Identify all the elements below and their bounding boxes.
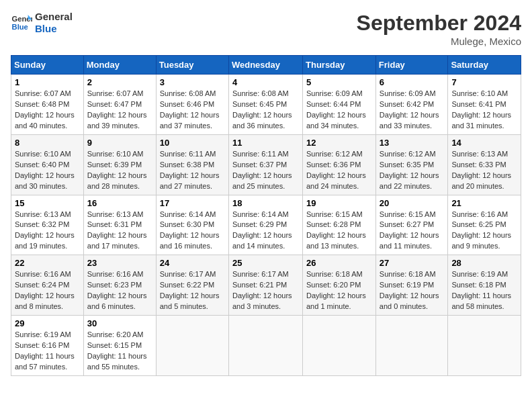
day-number: 9 — [87, 138, 152, 148]
calendar-title-block: September 2024 Mulege, Mexico — [357, 11, 521, 47]
day-number: 28 — [451, 258, 517, 268]
day-number: 12 — [306, 138, 372, 148]
logo: General Blue General Blue — [11, 11, 73, 35]
day-number: 25 — [232, 258, 299, 268]
calendar-day-17: 17Sunrise: 6:14 AMSunset: 6:30 PMDayligh… — [156, 195, 228, 255]
day-number: 20 — [380, 198, 445, 208]
day-info: Sunrise: 6:09 AMSunset: 6:42 PMDaylight:… — [380, 89, 439, 130]
day-number: 13 — [380, 138, 445, 148]
day-header-saturday: Saturday — [448, 56, 521, 75]
day-number: 14 — [451, 138, 517, 148]
calendar-day-15: 15Sunrise: 6:13 AMSunset: 6:32 PMDayligh… — [11, 195, 84, 255]
calendar-week-row: 1Sunrise: 6:07 AMSunset: 6:48 PMDaylight… — [11, 75, 521, 135]
day-number: 30 — [87, 318, 152, 328]
day-info: Sunrise: 6:07 AMSunset: 6:48 PMDaylight:… — [15, 89, 75, 130]
calendar-day-25: 25Sunrise: 6:17 AMSunset: 6:21 PMDayligh… — [228, 255, 302, 316]
day-info: Sunrise: 6:08 AMSunset: 6:46 PMDaylight:… — [160, 89, 220, 130]
day-number: 3 — [160, 77, 225, 87]
calendar-day-28: 28Sunrise: 6:19 AMSunset: 6:18 PMDayligh… — [448, 255, 521, 316]
day-header-tuesday: Tuesday — [156, 56, 228, 75]
day-info: Sunrise: 6:11 AMSunset: 6:37 PMDaylight:… — [232, 150, 292, 190]
calendar-week-row: 29Sunrise: 6:19 AMSunset: 6:16 PMDayligh… — [11, 316, 521, 376]
calendar-day-9: 9Sunrise: 6:10 AMSunset: 6:39 PMDaylight… — [83, 134, 156, 195]
day-info: Sunrise: 6:19 AMSunset: 6:16 PMDaylight:… — [15, 330, 75, 371]
calendar-day-1: 1Sunrise: 6:07 AMSunset: 6:48 PMDaylight… — [11, 75, 84, 135]
empty-day — [303, 316, 376, 376]
calendar-day-24: 24Sunrise: 6:17 AMSunset: 6:22 PMDayligh… — [156, 255, 228, 316]
calendar-day-7: 7Sunrise: 6:10 AMSunset: 6:41 PMDaylight… — [448, 75, 521, 135]
day-info: Sunrise: 6:15 AMSunset: 6:28 PMDaylight:… — [306, 210, 366, 250]
day-number: 18 — [232, 198, 299, 208]
month-title: September 2024 — [357, 11, 521, 36]
day-info: Sunrise: 6:12 AMSunset: 6:35 PMDaylight:… — [380, 150, 439, 190]
calendar-day-5: 5Sunrise: 6:09 AMSunset: 6:44 PMDaylight… — [303, 75, 376, 135]
day-number: 16 — [87, 198, 152, 208]
calendar-week-row: 8Sunrise: 6:10 AMSunset: 6:40 PMDaylight… — [11, 134, 521, 195]
calendar-day-6: 6Sunrise: 6:09 AMSunset: 6:42 PMDaylight… — [375, 75, 448, 135]
day-info: Sunrise: 6:07 AMSunset: 6:47 PMDaylight:… — [87, 89, 147, 130]
calendar-day-8: 8Sunrise: 6:10 AMSunset: 6:40 PMDaylight… — [11, 134, 84, 195]
day-info: Sunrise: 6:11 AMSunset: 6:38 PMDaylight:… — [160, 150, 220, 190]
day-number: 15 — [15, 198, 80, 208]
empty-day — [228, 316, 302, 376]
location-subtitle: Mulege, Mexico — [357, 36, 521, 47]
day-info: Sunrise: 6:10 AMSunset: 6:40 PMDaylight:… — [15, 150, 75, 190]
calendar-day-10: 10Sunrise: 6:11 AMSunset: 6:38 PMDayligh… — [156, 134, 228, 195]
calendar-day-14: 14Sunrise: 6:13 AMSunset: 6:33 PMDayligh… — [448, 134, 521, 195]
calendar-day-19: 19Sunrise: 6:15 AMSunset: 6:28 PMDayligh… — [303, 195, 376, 255]
day-number: 4 — [232, 77, 299, 87]
calendar-day-21: 21Sunrise: 6:16 AMSunset: 6:25 PMDayligh… — [448, 195, 521, 255]
day-info: Sunrise: 6:10 AMSunset: 6:39 PMDaylight:… — [87, 150, 147, 190]
day-number: 23 — [87, 258, 152, 268]
day-info: Sunrise: 6:17 AMSunset: 6:21 PMDaylight:… — [232, 270, 292, 310]
empty-day — [448, 316, 521, 376]
calendar-day-22: 22Sunrise: 6:16 AMSunset: 6:24 PMDayligh… — [11, 255, 84, 316]
day-number: 24 — [160, 258, 225, 268]
logo-text: General Blue — [35, 11, 73, 35]
day-info: Sunrise: 6:16 AMSunset: 6:25 PMDaylight:… — [451, 210, 511, 250]
day-info: Sunrise: 6:14 AMSunset: 6:30 PMDaylight:… — [160, 210, 220, 250]
day-number: 27 — [380, 258, 445, 268]
empty-day — [375, 316, 448, 376]
calendar-day-30: 30Sunrise: 6:20 AMSunset: 6:15 PMDayligh… — [83, 316, 156, 376]
day-number: 17 — [160, 198, 225, 208]
calendar-day-3: 3Sunrise: 6:08 AMSunset: 6:46 PMDaylight… — [156, 75, 228, 135]
calendar-day-16: 16Sunrise: 6:13 AMSunset: 6:31 PMDayligh… — [83, 195, 156, 255]
day-info: Sunrise: 6:15 AMSunset: 6:27 PMDaylight:… — [380, 210, 439, 250]
day-header-monday: Monday — [83, 56, 156, 75]
day-number: 7 — [451, 77, 517, 87]
day-info: Sunrise: 6:19 AMSunset: 6:18 PMDaylight:… — [451, 270, 511, 310]
calendar-day-18: 18Sunrise: 6:14 AMSunset: 6:29 PMDayligh… — [228, 195, 302, 255]
day-info: Sunrise: 6:13 AMSunset: 6:32 PMDaylight:… — [15, 210, 75, 250]
day-info: Sunrise: 6:14 AMSunset: 6:29 PMDaylight:… — [232, 210, 292, 250]
calendar-day-29: 29Sunrise: 6:19 AMSunset: 6:16 PMDayligh… — [11, 316, 84, 376]
day-number: 26 — [306, 258, 372, 268]
day-number: 22 — [15, 258, 80, 268]
calendar-day-2: 2Sunrise: 6:07 AMSunset: 6:47 PMDaylight… — [83, 75, 156, 135]
calendar-day-23: 23Sunrise: 6:16 AMSunset: 6:23 PMDayligh… — [83, 255, 156, 316]
day-info: Sunrise: 6:09 AMSunset: 6:44 PMDaylight:… — [306, 89, 366, 130]
day-header-row: SundayMondayTuesdayWednesdayThursdayFrid… — [11, 56, 521, 75]
calendar-day-27: 27Sunrise: 6:18 AMSunset: 6:19 PMDayligh… — [375, 255, 448, 316]
day-info: Sunrise: 6:10 AMSunset: 6:41 PMDaylight:… — [451, 89, 511, 130]
day-info: Sunrise: 6:16 AMSunset: 6:24 PMDaylight:… — [15, 270, 75, 310]
day-number: 29 — [15, 318, 80, 328]
day-number: 11 — [232, 138, 299, 148]
day-info: Sunrise: 6:18 AMSunset: 6:20 PMDaylight:… — [306, 270, 366, 310]
calendar-week-row: 15Sunrise: 6:13 AMSunset: 6:32 PMDayligh… — [11, 195, 521, 255]
day-number: 2 — [87, 77, 152, 87]
day-header-friday: Friday — [375, 56, 448, 75]
logo-icon: General Blue — [11, 12, 32, 34]
empty-day — [156, 316, 228, 376]
day-number: 5 — [306, 77, 372, 87]
calendar-day-13: 13Sunrise: 6:12 AMSunset: 6:35 PMDayligh… — [375, 134, 448, 195]
calendar-week-row: 22Sunrise: 6:16 AMSunset: 6:24 PMDayligh… — [11, 255, 521, 316]
day-number: 6 — [380, 77, 445, 87]
calendar-day-12: 12Sunrise: 6:12 AMSunset: 6:36 PMDayligh… — [303, 134, 376, 195]
day-number: 19 — [306, 198, 372, 208]
day-number: 1 — [15, 77, 80, 87]
calendar-day-4: 4Sunrise: 6:08 AMSunset: 6:45 PMDaylight… — [228, 75, 302, 135]
calendar-table: SundayMondayTuesdayWednesdayThursdayFrid… — [11, 55, 521, 376]
day-header-sunday: Sunday — [11, 56, 84, 75]
day-info: Sunrise: 6:20 AMSunset: 6:15 PMDaylight:… — [87, 330, 147, 371]
